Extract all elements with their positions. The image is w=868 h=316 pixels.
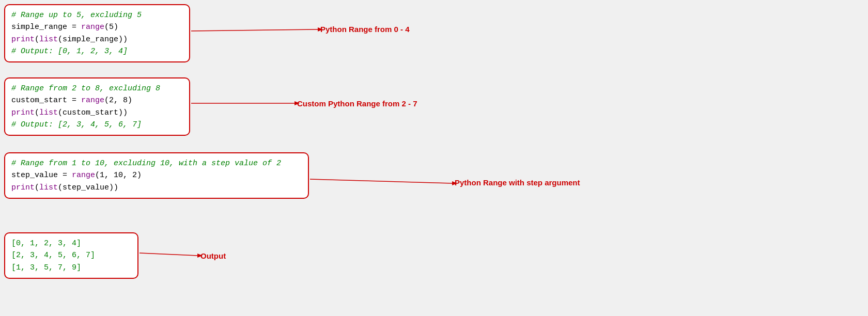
comment-output: # Output: [2, 3, 4, 5, 6, 7] <box>11 120 142 129</box>
code-line: print(list(step_value)) <box>11 182 302 194</box>
code-line: # Range from 2 to 8, excluding 8 <box>11 83 183 94</box>
svg-line-4 <box>310 179 452 183</box>
code-block-2: # Range from 2 to 8, excluding 8 custom_… <box>4 77 190 136</box>
comment-text: # Range from 2 to 8, excluding 8 <box>11 84 160 93</box>
code-line: step_value = range(1, 10, 2) <box>11 169 302 181</box>
label-range-step: Python Range with step argument <box>455 178 580 187</box>
svg-line-6 <box>140 253 197 256</box>
output-line: [0, 1, 2, 3, 4] <box>11 238 131 249</box>
label-range-0-4: Python Range from 0 - 4 <box>320 25 410 34</box>
label-output: Output <box>200 251 226 260</box>
code-line: # Range from 1 to 10, excluding 10, with… <box>11 157 302 169</box>
code-line: # Output: [0, 1, 2, 3, 4] <box>11 45 183 57</box>
comment-text: # Range from 1 to 10, excluding 10, with… <box>11 159 281 168</box>
code-line: simple_range = range(5) <box>11 21 183 33</box>
svg-line-0 <box>191 29 318 31</box>
comment-text: # Range up to 5, excluding 5 <box>11 11 142 20</box>
code-line: print(list(custom_start)) <box>11 107 183 119</box>
code-block-1: # Range up to 5, excluding 5 simple_rang… <box>4 4 190 62</box>
comment-output: # Output: [0, 1, 2, 3, 4] <box>11 47 128 56</box>
output-line: [1, 3, 5, 7, 9] <box>11 262 131 274</box>
output-line: [2, 3, 4, 5, 6, 7] <box>11 249 131 261</box>
code-line: # Range up to 5, excluding 5 <box>11 9 183 21</box>
code-line: print(list(simple_range)) <box>11 34 183 45</box>
code-block-output: [0, 1, 2, 3, 4] [2, 3, 4, 5, 6, 7] [1, 3… <box>4 232 138 279</box>
code-line: # Output: [2, 3, 4, 5, 6, 7] <box>11 119 183 131</box>
label-range-2-7: Custom Python Range from 2 - 7 <box>297 99 417 108</box>
main-container: # Range up to 5, excluding 5 simple_rang… <box>0 0 868 316</box>
code-block-3: # Range from 1 to 10, excluding 10, with… <box>4 152 309 199</box>
code-line: custom_start = range(2, 8) <box>11 94 183 106</box>
